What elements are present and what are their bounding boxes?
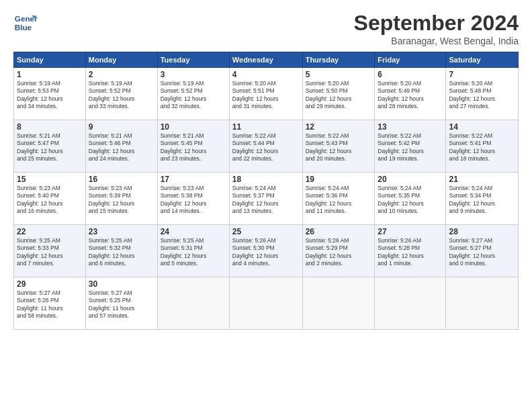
calendar-cell: 8Sunrise: 5:21 AM Sunset: 5:47 PM Daylig…	[14, 120, 86, 173]
calendar-cell: 4Sunrise: 5:20 AM Sunset: 5:51 PM Daylig…	[229, 68, 302, 120]
day-number: 28	[449, 227, 515, 236]
cell-info: Sunrise: 5:21 AM Sunset: 5:46 PM Dayligh…	[89, 132, 154, 163]
cell-info: Sunrise: 5:25 AM Sunset: 5:32 PM Dayligh…	[89, 237, 154, 268]
cell-info: Sunrise: 5:24 AM Sunset: 5:34 PM Dayligh…	[449, 185, 515, 216]
day-number: 20	[378, 175, 443, 184]
header: General Blue September 2024 Baranagar, W…	[13, 11, 519, 46]
day-number: 17	[161, 175, 226, 184]
month-title: September 2024	[354, 11, 519, 36]
cell-info: Sunrise: 5:25 AM Sunset: 5:33 PM Dayligh…	[17, 237, 83, 268]
day-number: 9	[89, 122, 154, 132]
day-number: 23	[89, 227, 154, 236]
calendar-cell: 5Sunrise: 5:20 AM Sunset: 5:50 PM Daylig…	[302, 68, 375, 120]
day-number: 29	[17, 279, 83, 289]
day-number: 13	[378, 122, 443, 132]
col-thursday: Thursday	[302, 52, 375, 68]
cell-info: Sunrise: 5:27 AM Sunset: 5:26 PM Dayligh…	[17, 289, 83, 320]
calendar-cell: 14Sunrise: 5:22 AM Sunset: 5:41 PM Dayli…	[446, 120, 519, 173]
calendar-cell: 28Sunrise: 5:27 AM Sunset: 5:27 PM Dayli…	[446, 225, 519, 277]
cell-info: Sunrise: 5:24 AM Sunset: 5:37 PM Dayligh…	[232, 185, 300, 216]
calendar-cell: 9Sunrise: 5:21 AM Sunset: 5:46 PM Daylig…	[85, 120, 157, 173]
calendar-cell: 13Sunrise: 5:22 AM Sunset: 5:42 PM Dayli…	[375, 120, 446, 173]
cell-info: Sunrise: 5:19 AM Sunset: 5:52 PM Dayligh…	[89, 80, 154, 111]
cell-info: Sunrise: 5:24 AM Sunset: 5:35 PM Dayligh…	[378, 185, 443, 216]
calendar-cell: 23Sunrise: 5:25 AM Sunset: 5:32 PM Dayli…	[85, 225, 157, 277]
day-number: 12	[306, 122, 372, 132]
cell-info: Sunrise: 5:22 AM Sunset: 5:43 PM Dayligh…	[306, 132, 372, 163]
calendar-cell: 15Sunrise: 5:23 AM Sunset: 5:40 PM Dayli…	[14, 173, 86, 225]
day-number: 4	[232, 70, 300, 79]
day-number: 27	[378, 227, 443, 236]
calendar: Sunday Monday Tuesday Wednesday Thursday…	[13, 52, 519, 330]
cell-info: Sunrise: 5:23 AM Sunset: 5:39 PM Dayligh…	[89, 185, 154, 216]
cell-info: Sunrise: 5:22 AM Sunset: 5:42 PM Dayligh…	[378, 132, 443, 163]
calendar-cell: 16Sunrise: 5:23 AM Sunset: 5:39 PM Dayli…	[85, 173, 157, 225]
cell-info: Sunrise: 5:20 AM Sunset: 5:49 PM Dayligh…	[378, 80, 443, 111]
day-number: 5	[306, 70, 372, 79]
calendar-cell: 29Sunrise: 5:27 AM Sunset: 5:26 PM Dayli…	[14, 277, 86, 330]
day-number: 26	[306, 227, 372, 236]
cell-info: Sunrise: 5:27 AM Sunset: 5:27 PM Dayligh…	[449, 237, 515, 268]
col-friday: Friday	[375, 52, 446, 68]
cell-info: Sunrise: 5:19 AM Sunset: 5:52 PM Dayligh…	[161, 80, 226, 111]
calendar-header-row: Sunday Monday Tuesday Wednesday Thursday…	[14, 52, 519, 68]
calendar-cell: 26Sunrise: 5:26 AM Sunset: 5:29 PM Dayli…	[302, 225, 375, 277]
calendar-cell: 22Sunrise: 5:25 AM Sunset: 5:33 PM Dayli…	[14, 225, 86, 277]
calendar-cell: 17Sunrise: 5:23 AM Sunset: 5:38 PM Dayli…	[157, 173, 229, 225]
col-tuesday: Tuesday	[157, 52, 229, 68]
cell-info: Sunrise: 5:20 AM Sunset: 5:51 PM Dayligh…	[232, 80, 300, 111]
cell-info: Sunrise: 5:21 AM Sunset: 5:45 PM Dayligh…	[161, 132, 226, 163]
title-block: September 2024 Baranagar, West Bengal, I…	[354, 11, 519, 46]
cell-info: Sunrise: 5:26 AM Sunset: 5:30 PM Dayligh…	[232, 237, 300, 268]
day-number: 11	[232, 122, 300, 132]
page: General Blue September 2024 Baranagar, W…	[0, 0, 532, 411]
calendar-week-row: 22Sunrise: 5:25 AM Sunset: 5:33 PM Dayli…	[14, 225, 519, 277]
calendar-cell: 1Sunrise: 5:19 AM Sunset: 5:53 PM Daylig…	[14, 68, 86, 120]
calendar-cell: 25Sunrise: 5:26 AM Sunset: 5:30 PM Dayli…	[229, 225, 302, 277]
day-number: 1	[17, 70, 83, 79]
day-number: 25	[232, 227, 300, 236]
calendar-cell: 20Sunrise: 5:24 AM Sunset: 5:35 PM Dayli…	[375, 173, 446, 225]
col-wednesday: Wednesday	[229, 52, 302, 68]
cell-info: Sunrise: 5:22 AM Sunset: 5:44 PM Dayligh…	[232, 132, 300, 163]
cell-info: Sunrise: 5:22 AM Sunset: 5:41 PM Dayligh…	[449, 132, 515, 163]
day-number: 30	[89, 279, 154, 289]
cell-info: Sunrise: 5:26 AM Sunset: 5:29 PM Dayligh…	[306, 237, 372, 268]
calendar-cell: 12Sunrise: 5:22 AM Sunset: 5:43 PM Dayli…	[302, 120, 375, 173]
cell-info: Sunrise: 5:21 AM Sunset: 5:47 PM Dayligh…	[17, 132, 83, 163]
calendar-cell: 21Sunrise: 5:24 AM Sunset: 5:34 PM Dayli…	[446, 173, 519, 225]
calendar-week-row: 29Sunrise: 5:27 AM Sunset: 5:26 PM Dayli…	[14, 277, 519, 330]
calendar-week-row: 8Sunrise: 5:21 AM Sunset: 5:47 PM Daylig…	[14, 120, 519, 173]
calendar-cell: 18Sunrise: 5:24 AM Sunset: 5:37 PM Dayli…	[229, 173, 302, 225]
svg-text:Blue: Blue	[15, 23, 32, 32]
calendar-cell: 6Sunrise: 5:20 AM Sunset: 5:49 PM Daylig…	[375, 68, 446, 120]
day-number: 21	[449, 175, 515, 184]
calendar-week-row: 15Sunrise: 5:23 AM Sunset: 5:40 PM Dayli…	[14, 173, 519, 225]
logo: General Blue	[13, 11, 38, 35]
calendar-cell: 27Sunrise: 5:26 AM Sunset: 5:28 PM Dayli…	[375, 225, 446, 277]
cell-info: Sunrise: 5:25 AM Sunset: 5:31 PM Dayligh…	[161, 237, 226, 268]
cell-info: Sunrise: 5:20 AM Sunset: 5:48 PM Dayligh…	[449, 80, 515, 111]
cell-info: Sunrise: 5:24 AM Sunset: 5:36 PM Dayligh…	[306, 185, 372, 216]
calendar-week-row: 1Sunrise: 5:19 AM Sunset: 5:53 PM Daylig…	[14, 68, 519, 120]
day-number: 10	[161, 122, 226, 132]
cell-info: Sunrise: 5:19 AM Sunset: 5:53 PM Dayligh…	[17, 80, 83, 111]
cell-info: Sunrise: 5:27 AM Sunset: 5:25 PM Dayligh…	[89, 289, 154, 320]
calendar-cell: 30Sunrise: 5:27 AM Sunset: 5:25 PM Dayli…	[85, 277, 157, 330]
calendar-cell	[446, 277, 519, 330]
day-number: 16	[89, 175, 154, 184]
col-monday: Monday	[85, 52, 157, 68]
calendar-cell: 24Sunrise: 5:25 AM Sunset: 5:31 PM Dayli…	[157, 225, 229, 277]
calendar-cell	[157, 277, 229, 330]
calendar-cell: 11Sunrise: 5:22 AM Sunset: 5:44 PM Dayli…	[229, 120, 302, 173]
day-number: 18	[232, 175, 300, 184]
cell-info: Sunrise: 5:23 AM Sunset: 5:40 PM Dayligh…	[17, 185, 83, 216]
day-number: 2	[89, 70, 154, 79]
logo-icon: General Blue	[13, 11, 38, 35]
calendar-cell: 3Sunrise: 5:19 AM Sunset: 5:52 PM Daylig…	[157, 68, 229, 120]
col-sunday: Sunday	[14, 52, 86, 68]
calendar-cell	[302, 277, 375, 330]
cell-info: Sunrise: 5:23 AM Sunset: 5:38 PM Dayligh…	[161, 185, 226, 216]
day-number: 3	[161, 70, 226, 79]
day-number: 14	[449, 122, 515, 132]
